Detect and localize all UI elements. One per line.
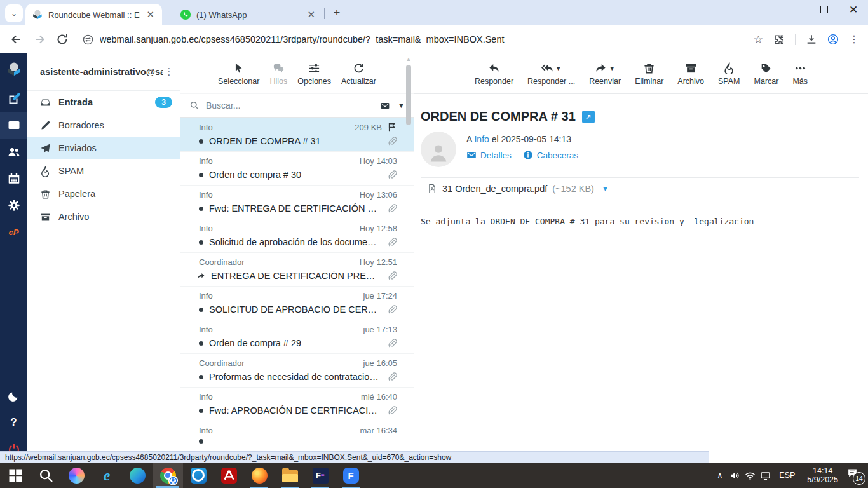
close-button[interactable]: ✕	[839, 0, 868, 19]
clock[interactable]: 14:14 5/9/2025	[803, 466, 842, 484]
attachment-name[interactable]: 31 Orden_de_compra.pdf	[442, 184, 547, 194]
attachment-menu-icon[interactable]: ▼	[602, 185, 609, 193]
tab-close-icon[interactable]: ✕	[145, 9, 156, 20]
list-scrollbar[interactable]: ▲ ▼	[405, 56, 412, 460]
mail-toolbar-archive[interactable]: Archivo	[672, 60, 709, 88]
folder-fire-icon	[40, 166, 51, 177]
message-list-item[interactable]: Info209 KBORDEN DE COMPRA # 31	[180, 118, 414, 152]
display-icon[interactable]	[760, 470, 771, 481]
notification-center[interactable]: 14	[846, 468, 863, 483]
rail-cpanel[interactable]: cP	[0, 219, 27, 245]
new-tab-button[interactable]: +	[329, 4, 345, 21]
taskbar-internet-explorer[interactable]: e	[92, 463, 122, 488]
dropdown-caret-icon[interactable]: ▼	[609, 65, 615, 72]
rail-contacts[interactable]	[0, 139, 27, 165]
message-list-item[interactable]: Infomié 16:40Fwd: APROBACIÓN DE CERTIFIC…	[180, 388, 414, 421]
taskbar-edge[interactable]	[122, 463, 153, 488]
search-input[interactable]: Buscar...	[206, 100, 372, 111]
account-menu-icon[interactable]: ⋮	[163, 66, 175, 78]
message-list-item[interactable]: InfoHoy 13:06Fwd: ENTREGA DE CERTIFICACI…	[180, 186, 414, 219]
recipient-link[interactable]: Info	[474, 134, 489, 144]
tab-roundcube[interactable]: Roundcube Webmail :: Enviados ✕	[25, 4, 162, 25]
unread-dot-icon	[199, 439, 203, 444]
tab-search-button[interactable]: ⌄	[5, 4, 23, 22]
tab-whatsapp[interactable]: (1) WhatsApp ✕	[173, 4, 323, 25]
list-toolbar-hilos[interactable]: Hilos	[266, 60, 291, 88]
sidebar-folder-spam[interactable]: SPAM	[27, 159, 180, 182]
forward-icon[interactable]	[33, 33, 46, 46]
taskbar-feo-app[interactable]: F≡	[305, 463, 336, 488]
sidebar-folder-archivo[interactable]: Archivo	[27, 205, 180, 228]
dropdown-caret-icon[interactable]: ▼	[555, 65, 562, 72]
volume-icon[interactable]	[729, 470, 740, 481]
message-list-item[interactable]: CoordinadorHoy 12:51ENTREGA DE CERTIFICA…	[180, 253, 414, 287]
message-list-item[interactable]: Infojue 17:24SOLICITUD DE APROBACIO DE C…	[180, 287, 414, 320]
mail-toolbar-trash[interactable]: Eliminar	[630, 60, 668, 88]
details-toggle[interactable]: Detalles	[466, 150, 512, 160]
rail-calendar[interactable]	[0, 165, 27, 192]
list-toolbar-opciones[interactable]: Opciones	[294, 60, 335, 88]
minimize-button[interactable]	[780, 0, 810, 19]
message-list-item[interactable]: Infomar 16:34	[180, 421, 414, 449]
back-icon[interactable]	[10, 33, 23, 46]
reload-icon[interactable]	[56, 33, 69, 46]
wifi-icon[interactable]	[745, 470, 756, 481]
search-options-chevron-icon[interactable]: ▼	[398, 102, 405, 109]
scrollbar-thumb[interactable]	[406, 65, 411, 125]
list-toolbar-actualizar[interactable]: Actualizar	[337, 60, 380, 88]
message-subject: ORDEN DE COMPRA # 31	[209, 136, 381, 146]
taskbar-chrome[interactable]	[153, 463, 183, 488]
sidebar-folder-papelera[interactable]: Papelera	[27, 182, 180, 205]
taskbar-search[interactable]	[31, 463, 61, 488]
search-scope-mail-icon[interactable]	[379, 101, 391, 111]
forwarded-icon	[197, 272, 205, 280]
taskbar-start[interactable]	[0, 463, 31, 488]
message-list-item[interactable]: InfoHoy 12:58Solicitud de aprobación de …	[180, 219, 414, 253]
message-date: 209 KB	[355, 123, 382, 132]
taskbar-acrobat[interactable]	[214, 463, 244, 488]
taskbar-file-explorer[interactable]	[275, 463, 305, 488]
list-toolbar-seleccionar[interactable]: Seleccionar	[214, 60, 263, 88]
rail-compose[interactable]	[0, 85, 27, 112]
mail-toolbar-dots[interactable]: Más	[787, 60, 813, 88]
mail-toolbar-reply[interactable]: Responder	[470, 60, 519, 88]
headers-toggle[interactable]: Cabeceras	[523, 150, 578, 160]
message-list-item[interactable]: InfoHoy 14:03Orden de compra # 30	[180, 152, 414, 186]
tab-close-icon[interactable]: ✕	[306, 9, 316, 20]
mail-toolbar-fire[interactable]: SPAM	[713, 60, 745, 88]
mail-toolbar-replyall[interactable]: ▼Responder ...	[522, 60, 580, 88]
sidebar-folder-entrada[interactable]: Entrada3	[27, 91, 180, 114]
site-info-icon[interactable]	[83, 34, 93, 45]
sidebar-folder-enviados[interactable]: Enviados	[27, 137, 180, 159]
message-date: Hoy 14:03	[360, 156, 397, 166]
account-name: asistente-administrativo@sa...	[40, 67, 163, 77]
flag-icon[interactable]	[387, 122, 397, 132]
mail-toolbar-forward[interactable]: ▼Reenviar	[584, 60, 626, 88]
sidebar-folder-borradores[interactable]: Borradores	[27, 114, 180, 137]
taskbar-copilot[interactable]	[61, 463, 92, 488]
extensions-icon[interactable]	[773, 34, 785, 45]
taskbar-forms-app[interactable]: F	[336, 463, 366, 488]
taskbar-outlook[interactable]	[183, 463, 214, 488]
mail-toolbar-tag[interactable]: Marcar	[749, 60, 784, 88]
message-list-item[interactable]: Coordinadorjue 16:05Proformas de necesid…	[180, 354, 414, 388]
browser-menu-icon[interactable]: ⋮	[849, 34, 859, 44]
open-in-new-window-icon[interactable]: ↗	[582, 111, 595, 123]
taskbar-firefox[interactable]	[244, 463, 275, 488]
rail-dark-mode[interactable]	[0, 383, 27, 409]
rail-settings[interactable]	[0, 192, 27, 219]
folder-label: SPAM	[58, 166, 172, 176]
url-bar[interactable]: webmail.sanjuan.gob.ec/cpsess4685020211/…	[100, 34, 747, 44]
profile-icon[interactable]	[827, 34, 839, 45]
rail-help[interactable]: ?	[0, 409, 27, 436]
tray-expand-icon[interactable]: ∧	[715, 471, 726, 480]
downloads-icon[interactable]	[806, 34, 817, 45]
scroll-up-icon[interactable]: ▲	[405, 56, 412, 62]
attachment-row[interactable]: 31 Orden_de_compra.pdf (~152 KB) ▼	[421, 177, 859, 200]
bookmark-icon[interactable]: ☆	[754, 34, 763, 45]
search-bar[interactable]: Buscar... ▼	[180, 93, 414, 118]
keyboard-language[interactable]: ESP	[775, 471, 799, 480]
restore-button[interactable]	[810, 0, 839, 19]
rail-mail[interactable]	[0, 112, 27, 139]
message-list-item[interactable]: Infojue 17:13Orden de compra # 29	[180, 320, 414, 354]
